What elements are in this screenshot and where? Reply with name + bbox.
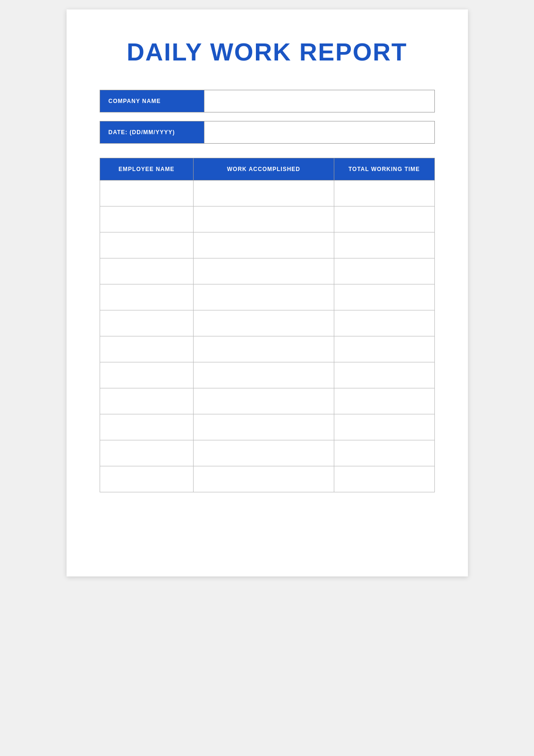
table-row [100, 466, 434, 492]
cell-work-accomplished[interactable] [194, 180, 334, 206]
table-row [100, 232, 434, 258]
company-name-label: COMPANY NAME [100, 90, 204, 112]
cell-work-accomplished[interactable] [194, 414, 334, 440]
page-container: DAILY WORK REPORT COMPANY NAME DATE: (DD… [67, 9, 468, 576]
cell-total-working-time[interactable] [334, 284, 434, 310]
cell-employee-name[interactable] [100, 310, 194, 336]
cell-work-accomplished[interactable] [194, 206, 334, 232]
cell-work-accomplished[interactable] [194, 466, 334, 492]
cell-work-accomplished[interactable] [194, 362, 334, 388]
table-header-row: EMPLOYEE NAME WORK ACCOMPLISHED TOTAL WO… [100, 158, 434, 180]
table-row [100, 388, 434, 414]
table-row [100, 284, 434, 310]
cell-total-working-time[interactable] [334, 258, 434, 284]
cell-employee-name[interactable] [100, 336, 194, 362]
table-row [100, 180, 434, 206]
company-name-value[interactable] [204, 90, 434, 112]
cell-work-accomplished[interactable] [194, 336, 334, 362]
cell-work-accomplished[interactable] [194, 310, 334, 336]
table-row [100, 206, 434, 232]
cell-employee-name[interactable] [100, 206, 194, 232]
cell-total-working-time[interactable] [334, 232, 434, 258]
cell-employee-name[interactable] [100, 414, 194, 440]
cell-employee-name[interactable] [100, 466, 194, 492]
cell-total-working-time[interactable] [334, 180, 434, 206]
cell-employee-name[interactable] [100, 440, 194, 466]
cell-employee-name[interactable] [100, 362, 194, 388]
cell-total-working-time[interactable] [334, 336, 434, 362]
company-name-row: COMPANY NAME [100, 90, 435, 112]
date-row: DATE: (DD/MM/YYYY) [100, 121, 435, 144]
header-work-accomplished: WORK ACCOMPLISHED [194, 158, 334, 180]
table-row [100, 414, 434, 440]
header-total-working-time: TOTAL WORKING TIME [334, 158, 434, 180]
cell-work-accomplished[interactable] [194, 440, 334, 466]
header-employee-name: EMPLOYEE NAME [100, 158, 194, 180]
cell-employee-name[interactable] [100, 388, 194, 414]
date-label: DATE: (DD/MM/YYYY) [100, 121, 204, 143]
cell-total-working-time[interactable] [334, 440, 434, 466]
table-row [100, 310, 434, 336]
table-row [100, 258, 434, 284]
table-section: EMPLOYEE NAME WORK ACCOMPLISHED TOTAL WO… [100, 158, 435, 492]
cell-work-accomplished[interactable] [194, 388, 334, 414]
table-row [100, 362, 434, 388]
cell-employee-name[interactable] [100, 180, 194, 206]
date-value[interactable] [204, 121, 434, 143]
cell-employee-name[interactable] [100, 232, 194, 258]
page-title: DAILY WORK REPORT [100, 38, 435, 66]
info-section: COMPANY NAME DATE: (DD/MM/YYYY) [100, 90, 435, 144]
cell-total-working-time[interactable] [334, 362, 434, 388]
cell-work-accomplished[interactable] [194, 284, 334, 310]
table-row [100, 336, 434, 362]
cell-total-working-time[interactable] [334, 310, 434, 336]
work-report-table: EMPLOYEE NAME WORK ACCOMPLISHED TOTAL WO… [100, 158, 435, 492]
cell-employee-name[interactable] [100, 284, 194, 310]
cell-employee-name[interactable] [100, 258, 194, 284]
cell-total-working-time[interactable] [334, 466, 434, 492]
cell-total-working-time[interactable] [334, 414, 434, 440]
cell-work-accomplished[interactable] [194, 232, 334, 258]
table-row [100, 440, 434, 466]
cell-total-working-time[interactable] [334, 388, 434, 414]
cell-total-working-time[interactable] [334, 206, 434, 232]
cell-work-accomplished[interactable] [194, 258, 334, 284]
